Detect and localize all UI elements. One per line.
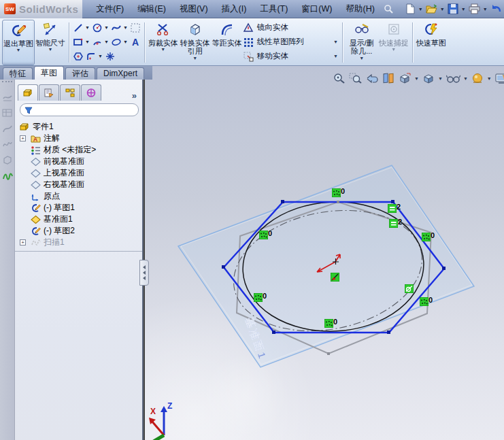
app-logo: SW SolidWorks: [0, 0, 82, 18]
tree-item-草图2[interactable]: (-) 草图2: [15, 225, 142, 237]
tree-item-label: 前视基准面: [44, 156, 84, 167]
rectangle-tool-button[interactable]: ▼: [72, 37, 91, 48]
curve-icon[interactable]: [0, 124, 14, 133]
chevron-down-icon[interactable]: ▼: [192, 56, 197, 61]
circle-tool-button[interactable]: ▼: [91, 22, 110, 33]
graphics-area[interactable]: ▼▼▼▼▼: [145, 66, 504, 440]
arc-tool-button[interactable]: ▼: [91, 37, 110, 48]
chevron-down-icon[interactable]: ▼: [16, 48, 21, 53]
move-entities-button[interactable]: 移动实体 ▼: [243, 49, 339, 63]
chevron-down-icon[interactable]: ▼: [104, 25, 109, 30]
tree-item-零件1[interactable]: 零件1: [15, 121, 142, 133]
display-delete-relations-button[interactable]: 显示/删除几... ▼: [346, 20, 378, 65]
tree-item-草图1[interactable]: (-) 草图1: [15, 202, 142, 214]
menu-item-W[interactable]: 窗口(W): [295, 0, 339, 18]
chevron-down-icon[interactable]: ▼: [123, 39, 128, 44]
solid-icon[interactable]: [0, 155, 14, 165]
exit-sketch-button[interactable]: 退出草图 ▼: [2, 20, 35, 65]
chevron-down-icon[interactable]: ▼: [333, 39, 339, 44]
spline-icon[interactable]: [0, 139, 14, 149]
undo-icon[interactable]: [489, 2, 503, 16]
spline-tool-button[interactable]: ▼: [110, 22, 129, 33]
configurationmanager-tab[interactable]: [60, 84, 80, 101]
sketch-canvas[interactable]: 基准面1 X Z: [145, 66, 504, 440]
chevron-down-icon[interactable]: ▼: [483, 7, 488, 12]
tree-item-基准面1[interactable]: 基准面1: [15, 214, 142, 225]
coincident-relation-badge[interactable]: 0: [254, 292, 263, 301]
coincident-relation-badge[interactable]: 0: [259, 230, 268, 239]
expand-plus-icon[interactable]: +: [20, 239, 26, 246]
new-document-icon[interactable]: [403, 2, 417, 16]
tree-item-注解[interactable]: +A注解: [15, 133, 142, 144]
polygon-tool-button[interactable]: [72, 51, 85, 62]
tab-评估[interactable]: 评估: [65, 67, 95, 80]
chevron-down-icon[interactable]: ▼: [85, 25, 90, 30]
menu-item-T[interactable]: 工具(T): [253, 0, 295, 18]
ellipse-tool-button[interactable]: ▼: [110, 37, 129, 48]
menu-item-V[interactable]: 视图(V): [173, 0, 215, 18]
coincident-relation-badge[interactable]: 0: [420, 297, 429, 305]
expand-plus-icon[interactable]: +: [20, 135, 26, 141]
tree-item-label: 零件1: [33, 121, 54, 133]
line-tool-button[interactable]: ▼: [72, 22, 91, 33]
menu-item-E[interactable]: 编辑(E): [131, 0, 173, 18]
feature-tree: 零件1+A注解材质 <未指定>前视基准面上视基准面右视基准面原点(-) 草图1基…: [15, 119, 142, 248]
toolbar-grip[interactable]: [2, 81, 12, 86]
panel-splitter-handle[interactable]: [139, 260, 149, 286]
tab-DimXpert[interactable]: DimXpert: [97, 67, 144, 80]
chevron-down-icon[interactable]: ▼: [98, 54, 103, 58]
tree-item-前视基准面[interactable]: 前视基准面: [15, 156, 142, 167]
chevron-down-icon[interactable]: ▼: [104, 39, 109, 44]
convert-entities-button[interactable]: 转换实体引用 ▼: [179, 20, 212, 65]
chevron-down-icon[interactable]: ▼: [161, 47, 165, 52]
tree-item-材质未指定[interactable]: 材质 <未指定>: [15, 144, 142, 156]
point-tool-button[interactable]: [104, 51, 116, 62]
tree-item-扫描1[interactable]: +扫描1: [15, 237, 142, 248]
menu-item-I[interactable]: 插入(I): [215, 0, 254, 18]
sketch-text-button[interactable]: A: [129, 37, 141, 48]
coincident-relation-badge[interactable]: 0: [332, 188, 341, 197]
tab-草图[interactable]: 草图: [34, 66, 64, 80]
linear-pattern-button[interactable]: 线性草图阵列 ▼: [243, 35, 339, 49]
sketch-fillet-button[interactable]: ▼: [85, 51, 104, 62]
open-icon[interactable]: [424, 2, 439, 16]
mirror-entities-button[interactable]: 镜向实体: [243, 20, 339, 35]
trim-entities-button[interactable]: 剪裁实体 ▼: [148, 20, 179, 65]
equal-relation-badge[interactable]: 2: [389, 218, 398, 227]
coincident-relation-badge[interactable]: 0: [324, 318, 333, 327]
spring-icon[interactable]: [0, 171, 14, 182]
dimxpertmanager-tab[interactable]: [81, 84, 101, 101]
filter-input[interactable]: [20, 103, 139, 116]
tangent-relation-badge[interactable]: [405, 284, 414, 292]
chevron-down-icon[interactable]: ▼: [461, 7, 466, 12]
chevron-down-icon[interactable]: ▼: [85, 39, 90, 44]
print-icon[interactable]: [467, 2, 482, 16]
smart-dimension-button[interactable]: 智能尺寸 ▼: [35, 20, 66, 65]
rapid-sketch-button[interactable]: 快速草图: [416, 20, 447, 65]
table-icon[interactable]: [0, 108, 14, 118]
chevron-down-icon[interactable]: ▼: [418, 7, 423, 12]
featuremanager-tab[interactable]: [18, 84, 38, 101]
propertymanager-tab[interactable]: [39, 84, 59, 101]
chevron-down-icon[interactable]: ▼: [333, 54, 339, 58]
origin-coincident-relation-badge[interactable]: [331, 272, 339, 281]
selection-box-icon[interactable]: [129, 22, 141, 33]
equal-relation-badge[interactable]: 2: [388, 203, 397, 212]
chevron-down-icon[interactable]: ▼: [440, 7, 445, 12]
save-icon[interactable]: [446, 2, 460, 16]
surface-wave-icon[interactable]: [0, 92, 14, 102]
tab-特征[interactable]: 特征: [3, 67, 33, 80]
search-icon[interactable]: [383, 3, 394, 14]
chevron-down-icon[interactable]: ▼: [48, 47, 53, 52]
funnel-icon: [24, 105, 33, 115]
tree-item-右视基准面[interactable]: 右视基准面: [15, 179, 142, 190]
menu-item-F[interactable]: 文件(F): [89, 0, 131, 18]
chevron-down-icon[interactable]: ▼: [359, 56, 364, 61]
tree-item-原点[interactable]: 原点: [15, 190, 142, 202]
panel-expand-chevron[interactable]: »: [132, 90, 139, 101]
chevron-down-icon[interactable]: ▼: [123, 25, 128, 30]
coincident-relation-badge[interactable]: 0: [422, 232, 431, 241]
menu-item-H[interactable]: 帮助(H): [339, 0, 381, 18]
tree-item-上视基准面[interactable]: 上视基准面: [15, 167, 142, 179]
offset-entities-button[interactable]: 等距实体: [212, 20, 243, 65]
